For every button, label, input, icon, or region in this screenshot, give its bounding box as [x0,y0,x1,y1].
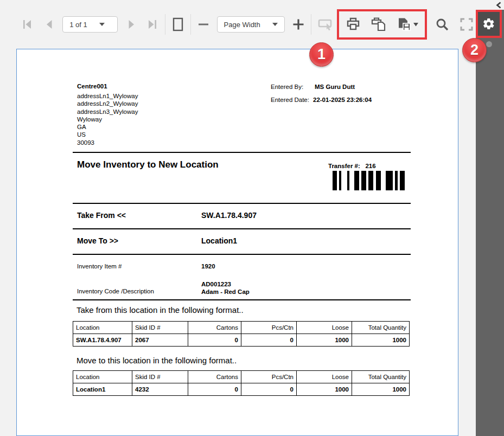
panel-collapse-bar[interactable] [476,0,504,10]
cell-pcs-ctn: 0 [241,383,297,396]
col-cartons: Cartons [188,371,241,383]
divider [73,203,411,204]
next-page-button[interactable] [124,16,139,33]
address-line: Wyloway [77,116,138,123]
inventory-item-value: 1920 [201,262,215,270]
page-selector-value: 1 of 1 [69,21,87,29]
cell-pcs-ctn: 0 [241,334,297,347]
full-screen-button[interactable] [457,16,476,33]
divider [73,152,411,153]
move-to-label: Move To >> [77,236,118,245]
col-total-quantity: Total Quantity [352,371,410,383]
cell-skid-id: 4232 [132,383,188,396]
address-line: US [77,131,138,138]
chevron-down-icon [99,23,105,26]
cell-cartons: 0 [188,334,241,347]
address-line: addressLn1_Wyloway [77,92,138,100]
inventory-description-value: Adam - Red Cap [201,288,250,296]
right-panel-strip [476,0,504,436]
entered-by-label: Entered By: [271,83,303,91]
single-page-view-icon [172,17,184,31]
zoom-in-button[interactable] [291,16,306,33]
print-page-icon [371,17,387,32]
take-from-table: Location Skid ID # Cartons Pcs/Ctn Loose… [73,321,410,347]
callout-badge-2: 2 [462,38,487,62]
move-section-heading: Move to this location in the following f… [76,356,237,365]
first-page-button[interactable] [20,16,35,33]
col-skid-id: Skid ID # [132,322,188,334]
search-icon [435,17,449,31]
transfer-barcode [333,171,405,190]
col-loose: Loose [297,322,352,334]
callout-badge-1: 1 [309,42,334,67]
zoom-selector[interactable]: Page Width [217,16,285,33]
cell-loose: 1000 [297,383,352,396]
take-section-heading: Take from this location in the following… [76,305,244,315]
export-to-icon [396,17,418,32]
divider [73,299,411,300]
col-cartons: Cartons [188,322,241,334]
panel-dot-icon[interactable] [486,41,492,47]
cell-cartons: 0 [188,383,241,396]
report-page: Centre001 addressLn1_Wyloway addressLn2_… [16,49,458,436]
col-pcs-ctn: Pcs/Ctn [241,371,297,383]
table-row: Location1 4232 0 0 1000 1000 [73,383,410,396]
take-from-value: SW.A1.78.4.907 [201,211,257,220]
move-to-value: Location1 [201,236,237,245]
first-page-icon [21,18,33,30]
highlight-editing-fields-button[interactable] [316,16,335,33]
next-page-icon [126,18,138,30]
cell-loose: 1000 [297,334,352,347]
address-line: 30093 [77,139,138,146]
export-to-button[interactable] [395,16,419,33]
divider [73,254,411,255]
single-page-view-button[interactable] [170,16,186,33]
cell-total-quantity: 1000 [352,383,410,396]
page-selector[interactable]: 1 of 1 [62,16,118,33]
transfer-number: Transfer #: 216 [328,162,376,170]
cell-total-quantity: 1000 [352,334,410,347]
toolbar-separator [165,14,165,35]
col-location: Location [73,371,132,383]
print-export-group [337,9,427,40]
transfer-label: Transfer #: [328,163,360,169]
report-title: Move Inventory to New Location [77,159,219,170]
col-loose: Loose [297,371,352,383]
print-page-button[interactable] [369,16,388,33]
settings-button[interactable] [476,10,502,38]
search-button[interactable] [433,16,451,33]
table-header-row: Location Skid ID # Cartons Pcs/Ctn Loose… [73,371,410,383]
last-page-button[interactable] [145,16,160,33]
previous-page-button[interactable] [41,16,56,33]
table-header-row: Location Skid ID # Cartons Pcs/Ctn Loose… [73,322,410,334]
last-page-icon [146,18,158,30]
inventory-code-label: Inventory Code /Description [77,287,154,295]
zoom-out-icon [198,23,209,26]
col-pcs-ctn: Pcs/Ctn [241,322,297,334]
address-line: addressLn2_Wyloway [77,100,138,107]
toolbar-separator [311,14,311,35]
inventory-item-label: Inventory Item # [77,262,122,270]
table-row: SW.A1.78.4.907 2067 0 0 1000 1000 [73,334,410,347]
highlight-editing-fields-icon [318,18,333,31]
print-button[interactable] [344,16,362,33]
full-screen-icon [460,17,474,31]
address-block: addressLn1_Wyloway addressLn2_Wyloway ad… [77,92,138,146]
col-total-quantity: Total Quantity [352,322,410,334]
address-line: GA [77,123,138,131]
inventory-code-value: AD001223 [201,280,231,288]
address-line: addressLn3_Wyloway [77,108,138,116]
cell-location: SW.A1.78.4.907 [73,334,132,347]
take-from-label: Take From << [77,211,126,220]
zoom-selector-value: Page Width [224,21,260,29]
settings-gear-icon [482,17,495,30]
divider [73,228,411,229]
viewer-toolbar: 1 of 1 Page Width [0,0,476,49]
zoom-out-button[interactable] [196,16,211,33]
print-icon [346,17,361,32]
col-location: Location [73,322,132,334]
entered-date-value: 22-01-2025 23:26:04 [313,96,372,104]
company-name: Centre001 [77,82,107,90]
move-to-table: Location Skid ID # Cartons Pcs/Ctn Loose… [73,370,410,396]
entered-date-label: Entered Date: [271,96,309,104]
